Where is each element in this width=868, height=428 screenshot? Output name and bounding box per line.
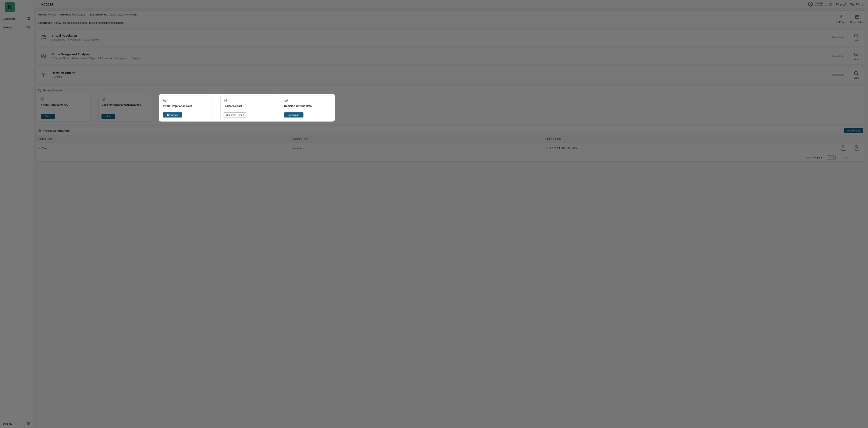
modified-label: Last modified: (90, 13, 108, 16)
row-delete-button[interactable]: Delete (836, 145, 850, 152)
owner-value: Kc One (48, 13, 57, 16)
section-view-button[interactable]: View (850, 70, 862, 79)
col-shared-user: Shared User (38, 137, 291, 140)
section-sub-item: 8 Analysis (115, 57, 126, 60)
section-title: Virtual Population (52, 34, 832, 37)
page-title: KC2024 (41, 3, 53, 6)
contributors-panel: Project Contributors Share Project Share… (35, 126, 865, 162)
row-view-button[interactable]: View (850, 145, 863, 152)
signout-link[interactable]: Sign Out (850, 2, 865, 6)
output-icon (223, 98, 270, 103)
sidebar: K Dashboard Projects Settings (0, 0, 33, 428)
output-card: Virtual Population DataDownload (160, 95, 213, 120)
gear-icon (26, 422, 30, 426)
svg-point-24 (855, 34, 858, 37)
output-icon (101, 97, 148, 102)
share-project-button[interactable]: Share Project (844, 128, 863, 133)
clock-icon (829, 2, 832, 6)
sidebar-item-dashboard[interactable]: Dashboard (0, 15, 33, 23)
table-row: Kc ZeroCo-ownerOct 22, 2024 - Dec 31, 20… (36, 143, 865, 154)
app-logo: K (5, 2, 15, 12)
col-share-length: Share Length (546, 137, 836, 140)
sidebar-item-label: Settings (3, 422, 12, 425)
modified-value: Oct 23, 2024 by Kc One (109, 13, 137, 16)
svg-rect-17 (856, 16, 859, 19)
page-prev[interactable]: ‹ (854, 156, 856, 159)
items-per-page-label: Items per page: (806, 156, 823, 159)
credit-ledger-button[interactable]: Credit Ledger (849, 10, 865, 27)
main: KC2024 Kc One StatLead45 Help ? Sign Out (33, 0, 868, 428)
cell-length: Oct 22, 2024 - Dec 31, 2024 (546, 147, 836, 150)
section-title: Decision Criteria (52, 71, 832, 75)
search-icon (854, 33, 859, 38)
section-sub-item: 6 Correlations (84, 38, 100, 41)
user-role: StatLead45 (815, 4, 827, 7)
output-icon (41, 97, 88, 102)
section-view-button[interactable]: View (850, 52, 862, 60)
svg-line-27 (45, 57, 46, 59)
output-action-button[interactable]: View (41, 114, 55, 119)
svg-rect-4 (29, 17, 30, 18)
section-icon (38, 71, 49, 79)
output-action-button[interactable]: Generate Report (223, 112, 246, 117)
output-title: Virtual Population Data (163, 105, 210, 108)
section-sub-item: 2 Allocations (98, 57, 112, 60)
page-next[interactable]: › (860, 156, 862, 159)
svg-point-11 (808, 2, 813, 6)
section-status: Complete (832, 74, 844, 76)
edit-icon (838, 15, 843, 20)
svg-line-34 (857, 74, 858, 75)
sidebar-item-projects[interactable]: Projects (0, 23, 33, 32)
edit-project-button[interactable]: Edit Project (832, 10, 849, 27)
output-action-button[interactable]: Download (163, 112, 182, 117)
contributors-title: Project Contributors (43, 129, 69, 132)
svg-line-49 (858, 147, 858, 148)
created-label: Created: (60, 13, 71, 16)
dashboard-icon (26, 17, 30, 21)
output-card: Virtual Population QCView (38, 94, 91, 121)
output-title: Decision Criteria Data (284, 105, 331, 108)
folder-icon (26, 25, 30, 30)
svg-text:?: ? (844, 3, 845, 5)
description-label: Description: (38, 22, 53, 24)
svg-line-25 (857, 37, 858, 38)
svg-point-47 (40, 130, 41, 131)
page-range: 1 – 1 of 1 (839, 156, 849, 159)
svg-point-46 (39, 130, 40, 131)
trash-icon (841, 145, 845, 149)
section-card: Study Design and Analysis5 Sample Sizes0… (35, 48, 865, 64)
svg-point-23 (43, 36, 44, 37)
menu-toggle-icon[interactable] (25, 4, 31, 11)
header: KC2024 Kc One StatLead45 Help ? Sign Out (33, 0, 868, 9)
svg-rect-3 (27, 17, 28, 18)
sidebar-item-settings[interactable]: Settings (0, 419, 33, 428)
output-title: Decision Criteria Visualisations (101, 103, 148, 106)
user-name: Kc One (815, 2, 827, 4)
section-icon (38, 53, 49, 60)
search-icon (855, 145, 859, 149)
items-per-page-select[interactable]: 5 (827, 155, 836, 160)
svg-point-33 (855, 72, 858, 75)
section-status: Complete (832, 36, 844, 39)
section-icon (38, 34, 49, 41)
section-card: Decision Criteria6 CriteriaCompleteView (35, 66, 865, 83)
section-view-button[interactable]: View (850, 33, 862, 42)
help-link[interactable]: Help ? (836, 2, 846, 6)
section-sub-item: 6 Criteria (52, 76, 62, 79)
search-icon (854, 70, 859, 76)
section-sub-item: 1 Designs (129, 57, 141, 60)
breadcrumb-icon (36, 2, 40, 6)
section-sub-item: 0 Recruitment Caps (72, 57, 95, 60)
output-action-button[interactable]: Download (284, 112, 304, 117)
user-chip[interactable]: Kc One StatLead45 (808, 2, 832, 7)
description-value: A new test project looking at Precision … (54, 22, 125, 24)
output-card: Decision Criteria VisualisationsView (98, 94, 151, 121)
sidebar-item-label: Dashboard (3, 18, 16, 20)
signout-icon (861, 2, 865, 6)
col-assigned-role: Assigned Role (291, 137, 546, 140)
svg-rect-6 (29, 19, 30, 20)
contributors-icon (38, 129, 41, 133)
outputs-panel: Project Outputs Virtual Population QCVie… (35, 85, 865, 124)
output-action-button[interactable]: View (101, 114, 115, 119)
help-icon: ? (842, 2, 846, 6)
